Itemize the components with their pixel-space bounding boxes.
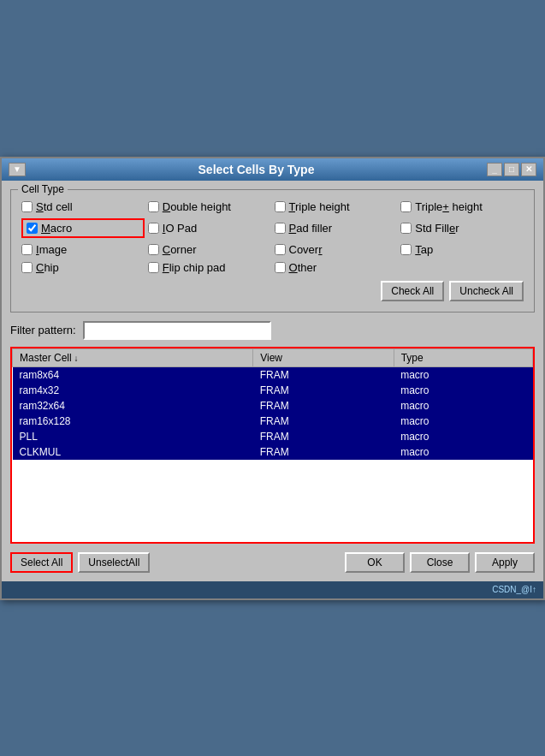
table-row[interactable]: PLLFRAMmacro <box>13 429 533 444</box>
window-title: Select Cells By Type <box>198 163 315 176</box>
restore-button[interactable]: □ <box>504 163 519 176</box>
cell-master_cell: ram4x32 <box>13 383 253 398</box>
table-row[interactable]: ram4x32FRAMmacro <box>13 383 533 398</box>
table-row[interactable]: ram32x64FRAMmacro <box>13 398 533 414</box>
taskbar: CSDN_@I↑ <box>2 581 543 598</box>
cell-master_cell: PLL <box>13 429 253 444</box>
table-container: Master Cell View Type ram8x64FRAMmacrora… <box>10 347 535 544</box>
uncheck-all-button[interactable]: Uncheck All <box>449 281 524 301</box>
other-label: Other <box>289 261 317 274</box>
tap-checkbox[interactable] <box>400 244 412 255</box>
title-bar-controls: _ □ ✕ <box>487 163 536 176</box>
pad-filler-label: Pad filler <box>289 222 333 235</box>
std-filler-checkbox[interactable] <box>400 223 412 234</box>
menu-icon: ▼ <box>13 164 21 174</box>
tap-label: Tap <box>415 243 433 256</box>
window-body: Cell Type Std cell Double height Triple … <box>2 181 543 581</box>
cells-table: Master Cell View Type ram8x64FRAMmacrora… <box>12 348 533 460</box>
cell-view: FRAM <box>253 366 394 383</box>
image-checkbox[interactable] <box>21 244 33 255</box>
filter-row: Filter pattern: <box>10 321 535 340</box>
triple-plus-height-label: Triple+ height <box>415 200 483 213</box>
checkbox-other: Other <box>275 261 398 274</box>
checkbox-cover: Coverr <box>275 243 398 256</box>
empty-cell <box>400 261 524 274</box>
std-filler-label: Std Filler <box>415 222 459 235</box>
col-view[interactable]: View <box>253 348 394 366</box>
triple-height-label: Triple height <box>289 200 350 213</box>
unselect-all-button[interactable]: UnselectAll <box>78 552 150 573</box>
cell-type-group: Cell Type Std cell Double height Triple … <box>10 189 535 313</box>
checkbox-tap: Tap <box>400 243 524 256</box>
cell-master_cell: ram8x64 <box>13 366 253 383</box>
table-row[interactable]: CLKMULFRAMmacro <box>13 444 533 460</box>
cell-view: FRAM <box>253 398 394 414</box>
checkbox-triple-plus-height: Triple+ height <box>400 200 524 213</box>
corner-label: Corner <box>163 243 197 256</box>
checkbox-grid: Std cell Double height Triple height Tri… <box>21 200 524 274</box>
checkbox-io-pad: IO Pad <box>148 218 271 238</box>
chip-label: Chip <box>36 261 59 274</box>
cell-type: macro <box>394 398 532 414</box>
corner-checkbox[interactable] <box>148 244 159 255</box>
check-buttons: Check All Uncheck All <box>21 281 524 301</box>
ok-button[interactable]: OK <box>345 552 405 573</box>
col-master-cell[interactable]: Master Cell <box>13 348 253 366</box>
checkbox-triple-height: Triple height <box>275 200 398 213</box>
window-menu-button[interactable]: ▼ <box>9 163 26 176</box>
triple-plus-height-checkbox[interactable] <box>400 201 412 212</box>
bottom-right-buttons: OK Close Apply <box>345 552 535 573</box>
io-pad-checkbox[interactable] <box>148 223 159 234</box>
checkbox-double-height: Double height <box>148 200 271 213</box>
flip-chip-pad-label: Flip chip pad <box>163 261 226 274</box>
cell-type: macro <box>394 366 532 383</box>
filter-label: Filter pattern: <box>10 324 76 336</box>
cell-type: macro <box>394 429 532 444</box>
cell-view: FRAM <box>253 383 394 398</box>
checkbox-std-filler: Std Filler <box>400 218 524 238</box>
table-row[interactable]: ram8x64FRAMmacro <box>13 366 533 383</box>
table-row[interactable]: ram16x128FRAMmacro <box>13 414 533 429</box>
checkbox-pad-filler: Pad filler <box>275 218 398 238</box>
io-pad-label: IO Pad <box>163 222 197 235</box>
cell-view: FRAM <box>253 429 394 444</box>
select-all-button[interactable]: Select All <box>10 552 73 573</box>
pad-filler-checkbox[interactable] <box>275 223 286 234</box>
other-checkbox[interactable] <box>275 262 286 273</box>
title-bar: ▼ Select Cells By Type _ □ ✕ <box>2 158 543 181</box>
double-height-checkbox[interactable] <box>148 201 159 212</box>
table-header-row: Master Cell View Type <box>13 348 533 366</box>
cell-view: FRAM <box>253 414 394 429</box>
minimize-button[interactable]: _ <box>487 163 502 176</box>
cell-master_cell: ram16x128 <box>13 414 253 429</box>
checkbox-corner: Corner <box>148 243 271 256</box>
col-type[interactable]: Type <box>394 348 532 366</box>
cell-master_cell: ram32x64 <box>13 398 253 414</box>
check-all-button[interactable]: Check All <box>381 281 444 301</box>
close-button-main[interactable]: Close <box>410 552 470 573</box>
close-button[interactable]: ✕ <box>521 163 536 176</box>
cover-checkbox[interactable] <box>275 244 286 255</box>
std-cell-checkbox[interactable] <box>21 201 33 212</box>
bottom-buttons: Select All UnselectAll OK Close Apply <box>10 552 535 573</box>
main-window: ▼ Select Cells By Type _ □ ✕ Cell Type S… <box>0 157 545 600</box>
chip-checkbox[interactable] <box>21 262 33 273</box>
checkbox-flip-chip-pad: Flip chip pad <box>148 261 271 274</box>
table-body: ram8x64FRAMmacroram4x32FRAMmacroram32x64… <box>13 366 533 460</box>
cell-master_cell: CLKMUL <box>13 444 253 460</box>
cell-view: FRAM <box>253 444 394 460</box>
cell-type: macro <box>394 383 532 398</box>
apply-button[interactable]: Apply <box>475 552 535 573</box>
triple-height-checkbox[interactable] <box>275 201 286 212</box>
checkbox-chip: Chip <box>21 261 145 274</box>
image-label: Image <box>36 243 67 256</box>
taskbar-text: CSDN_@I↑ <box>492 585 536 594</box>
filter-input[interactable] <box>83 321 271 340</box>
macro-checkbox[interactable] <box>27 223 38 234</box>
macro-label: Macro <box>41 222 72 235</box>
checkbox-std-cell: Std cell <box>21 200 145 213</box>
flip-chip-pad-checkbox[interactable] <box>148 262 159 273</box>
std-cell-label: Std cell <box>36 200 73 213</box>
cell-type: macro <box>394 414 532 429</box>
double-height-label: Double height <box>163 200 231 213</box>
